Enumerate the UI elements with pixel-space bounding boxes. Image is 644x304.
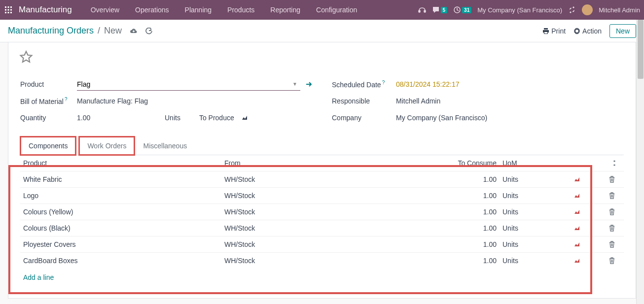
form-right-col: Scheduled Date? 08/31/2024 15:22:17 Resp… bbox=[332, 76, 624, 126]
cell-product[interactable]: CardBoard Boxes bbox=[20, 253, 221, 269]
scrollbar-thumb[interactable] bbox=[638, 20, 644, 79]
cell-from[interactable]: WH/Stock bbox=[221, 171, 434, 188]
row-forecast-icon[interactable] bbox=[571, 204, 606, 220]
cell-to-consume[interactable]: 1.00 bbox=[434, 171, 500, 188]
cell-product[interactable]: Colours (Black) bbox=[20, 220, 221, 236]
qty-unit[interactable]: Units bbox=[165, 114, 180, 122]
nav-reporting[interactable]: Reporting bbox=[263, 6, 307, 14]
qty-value[interactable]: 1.00 bbox=[77, 114, 107, 122]
svg-rect-0 bbox=[5, 6, 6, 8]
row-forecast-icon[interactable] bbox=[571, 220, 606, 236]
cell-to-consume[interactable]: 1.00 bbox=[434, 204, 500, 220]
cell-from[interactable]: WH/Stock bbox=[221, 204, 434, 220]
row-delete-icon[interactable] bbox=[606, 204, 624, 220]
row-delete-icon[interactable] bbox=[606, 236, 624, 253]
th-from[interactable]: From bbox=[221, 155, 434, 171]
favorite-star-icon[interactable] bbox=[19, 50, 33, 64]
row-forecast-icon[interactable] bbox=[571, 236, 606, 253]
nav-products[interactable]: Products bbox=[220, 6, 261, 14]
user-name[interactable]: Mitchell Admin bbox=[599, 6, 640, 14]
th-chart bbox=[571, 155, 606, 171]
cell-from[interactable]: WH/Stock bbox=[221, 220, 434, 236]
action-button[interactable]: Action bbox=[573, 27, 602, 35]
row-delete-icon[interactable] bbox=[606, 220, 624, 236]
tools-icon[interactable] bbox=[568, 6, 576, 14]
external-link-icon[interactable] bbox=[305, 81, 312, 88]
table-row[interactable]: Ployester CoversWH/Stock1.00Units bbox=[20, 236, 624, 253]
svg-rect-6 bbox=[5, 12, 6, 13]
bom-value[interactable]: Manufacture Flag: Flag bbox=[77, 97, 312, 105]
cell-uom[interactable]: Units bbox=[500, 253, 571, 269]
print-button[interactable]: Print bbox=[542, 27, 566, 35]
table-row[interactable]: LogoWH/Stock1.00Units bbox=[20, 188, 624, 204]
apps-icon[interactable] bbox=[4, 5, 13, 14]
row-delete-icon[interactable] bbox=[606, 188, 624, 204]
row-forecast-icon[interactable] bbox=[571, 171, 606, 188]
user-avatar[interactable] bbox=[582, 4, 593, 15]
table-row[interactable]: White FabricWH/Stock1.00Units bbox=[20, 171, 624, 188]
qty-row: Quantity 1.00 Units To Produce bbox=[20, 109, 312, 126]
table-row[interactable]: Colours (Black)WH/Stock1.00Units bbox=[20, 220, 624, 236]
scheduled-row: Scheduled Date? 08/31/2024 15:22:17 bbox=[332, 76, 624, 93]
responsible-value[interactable]: Mitchell Admin bbox=[396, 97, 624, 105]
messages-icon[interactable]: 5 bbox=[432, 6, 448, 14]
table-row[interactable]: CardBoard BoxesWH/Stock1.00Units bbox=[20, 253, 624, 269]
svg-rect-3 bbox=[5, 9, 6, 11]
th-uom[interactable]: UoM bbox=[500, 155, 571, 171]
new-button[interactable]: New bbox=[609, 24, 636, 38]
nav-planning[interactable]: Planning bbox=[178, 6, 219, 14]
cell-product[interactable]: Colours (Yellow) bbox=[20, 204, 221, 220]
row-delete-icon[interactable] bbox=[606, 253, 624, 269]
columns-settings-icon bbox=[609, 160, 616, 167]
cell-product[interactable]: White Fabric bbox=[20, 171, 221, 188]
scheduled-value[interactable]: 08/31/2024 15:22:17 bbox=[396, 80, 624, 88]
cell-product[interactable]: Logo bbox=[20, 188, 221, 204]
help-icon[interactable]: ? bbox=[65, 97, 68, 102]
tab-miscellaneous[interactable]: Miscellaneous bbox=[135, 136, 195, 155]
nav-operations[interactable]: Operations bbox=[128, 6, 176, 14]
cell-to-consume[interactable]: 1.00 bbox=[434, 188, 500, 204]
cell-to-consume[interactable]: 1.00 bbox=[434, 253, 500, 269]
cell-uom[interactable]: Units bbox=[500, 236, 571, 253]
nav-configuration[interactable]: Configuration bbox=[309, 6, 364, 14]
activities-icon[interactable]: 31 bbox=[453, 6, 471, 14]
scrollbar[interactable] bbox=[636, 20, 644, 304]
row-forecast-icon[interactable] bbox=[571, 253, 606, 269]
support-icon[interactable] bbox=[418, 6, 426, 14]
cell-product[interactable]: Ployester Covers bbox=[20, 236, 221, 253]
row-forecast-icon[interactable] bbox=[571, 188, 606, 204]
cell-uom[interactable]: Units bbox=[500, 220, 571, 236]
tab-work-orders[interactable]: Work Orders bbox=[79, 136, 135, 155]
add-line-button[interactable]: Add a line bbox=[20, 269, 57, 286]
th-product[interactable]: Product bbox=[20, 155, 221, 171]
help-icon[interactable]: ? bbox=[382, 80, 385, 85]
th-settings[interactable] bbox=[606, 155, 624, 171]
cell-to-consume[interactable]: 1.00 bbox=[434, 220, 500, 236]
discard-icon[interactable] bbox=[145, 28, 152, 34]
app-title[interactable]: Manufacturing bbox=[19, 5, 72, 15]
nav-overview[interactable]: Overview bbox=[84, 6, 126, 14]
dropdown-caret-icon[interactable]: ▼ bbox=[289, 81, 300, 87]
row-delete-icon[interactable] bbox=[606, 171, 624, 188]
cell-from[interactable]: WH/Stock bbox=[221, 253, 434, 269]
cell-from[interactable]: WH/Stock bbox=[221, 188, 434, 204]
cell-uom[interactable]: Units bbox=[500, 188, 571, 204]
navbar-left: Manufacturing Overview Operations Planni… bbox=[4, 5, 364, 15]
cell-from[interactable]: WH/Stock bbox=[221, 236, 434, 253]
product-input[interactable] bbox=[77, 78, 289, 90]
to-produce-label: To Produce bbox=[199, 114, 234, 122]
cell-uom[interactable]: Units bbox=[500, 171, 571, 188]
company-selector[interactable]: My Company (San Francisco) bbox=[477, 6, 562, 14]
components-table: Product From To Consume UoM White Fabric… bbox=[20, 155, 624, 269]
breadcrumb-root[interactable]: Manufacturing Orders bbox=[8, 26, 94, 36]
table-row[interactable]: Colours (Yellow)WH/Stock1.00Units bbox=[20, 204, 624, 220]
company-value[interactable]: My Company (San Francisco) bbox=[396, 114, 624, 122]
print-icon bbox=[542, 28, 549, 34]
tab-components[interactable]: Components bbox=[20, 136, 76, 155]
cell-to-consume[interactable]: 1.00 bbox=[434, 236, 500, 253]
svg-rect-2 bbox=[10, 6, 12, 8]
forecast-chart-icon[interactable] bbox=[241, 115, 248, 121]
cloud-save-icon[interactable] bbox=[130, 28, 138, 34]
cell-uom[interactable]: Units bbox=[500, 204, 571, 220]
th-to-consume[interactable]: To Consume bbox=[434, 155, 500, 171]
